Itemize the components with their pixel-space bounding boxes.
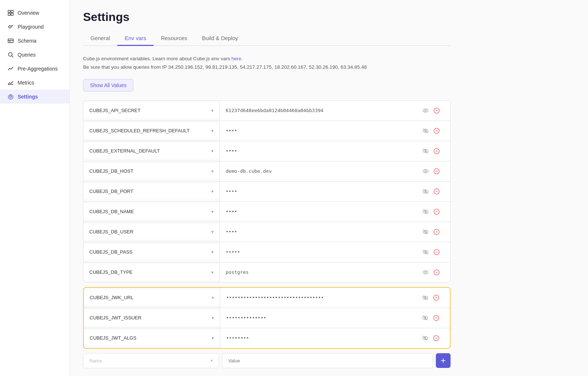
sidebar-item-settings[interactable]: Settings	[0, 90, 69, 104]
env-name-label: CUBEJS_DB_TYPE	[89, 269, 133, 275]
env-name-label: CUBEJS_API_SECRET	[89, 108, 140, 113]
remove-icon[interactable]	[431, 293, 441, 302]
new-name-select[interactable]: Name ▾	[83, 353, 219, 368]
sidebar-item-queries[interactable]: Queries	[0, 48, 69, 62]
chevron-down-icon: ▾	[211, 108, 214, 113]
show-all-values-button[interactable]: Show All Values	[83, 79, 133, 92]
remove-icon[interactable]	[432, 268, 441, 277]
schema-icon	[7, 37, 14, 44]
remove-icon[interactable]	[431, 313, 441, 323]
env-name-cell[interactable]: CUBEJS_JWT_ISSUER ▾	[84, 310, 220, 326]
env-value-text: ••••	[226, 148, 418, 154]
remove-icon[interactable]	[432, 247, 441, 257]
eye-slash-icon[interactable]	[420, 293, 430, 302]
remove-icon[interactable]	[432, 126, 441, 136]
sidebar: Overview Playground Schema Queries	[0, 0, 70, 376]
sidebar-item-label: Settings	[18, 94, 38, 100]
env-name-cell[interactable]: CUBEJS_SCHEDULED_REFRESH_DEFAULT ▾	[83, 123, 219, 139]
table-row: CUBEJS_DB_TYPE ▾ postgres	[83, 262, 450, 282]
env-value-cell: demo-db.cube.dev	[219, 161, 450, 181]
env-value-cell: ••••••••••••••	[220, 308, 450, 328]
table-row: CUBEJS_JWT_ALGS ▾ ••••••••	[84, 328, 450, 348]
eye-slash-icon[interactable]	[421, 207, 430, 216]
svg-point-10	[10, 96, 12, 98]
sidebar-item-playground[interactable]: Playground	[0, 20, 69, 34]
env-name-cell[interactable]: CUBEJS_DB_PORT ▾	[83, 183, 219, 199]
sidebar-item-schema[interactable]: Schema	[0, 34, 69, 48]
env-name-cell[interactable]: CUBEJS_API_SECRET ▾	[83, 103, 219, 118]
eye-icon[interactable]	[421, 268, 430, 277]
page-title: Settings	[83, 10, 451, 24]
tab-general[interactable]: General	[83, 31, 117, 46]
remove-icon[interactable]	[431, 333, 441, 343]
env-name-cell[interactable]: CUBEJS_DB_PASS ▾	[83, 244, 219, 260]
eye-slash-icon[interactable]	[420, 333, 430, 343]
remove-icon[interactable]	[432, 146, 441, 156]
eye-slash-icon[interactable]	[421, 126, 430, 136]
sidebar-item-metrics[interactable]: Metrics	[0, 76, 69, 90]
svg-rect-1	[11, 10, 13, 12]
add-env-var-button[interactable]: +	[436, 353, 451, 368]
env-name-cell[interactable]: CUBEJS_JWK_URL ▾	[84, 290, 220, 305]
eye-slash-icon[interactable]	[421, 227, 430, 237]
eye-slash-icon[interactable]	[421, 187, 430, 196]
env-name-cell[interactable]: CUBEJS_DB_USER ▾	[83, 224, 219, 240]
tabs-bar: General Env vars Resources Build & Deplo…	[83, 31, 451, 46]
remove-icon[interactable]	[432, 207, 441, 216]
tab-build-deploy[interactable]: Build & Deploy	[194, 31, 245, 46]
tab-resources[interactable]: Resources	[154, 31, 195, 46]
env-name-label: CUBEJS_DB_USER	[89, 229, 133, 234]
svg-point-50	[425, 272, 427, 273]
env-name-label: CUBEJS_EXTERNAL_DEFAULT	[89, 148, 160, 154]
sidebar-item-pre-aggregations[interactable]: Pre-Aggregations	[0, 62, 69, 76]
env-value-cell: ••••	[219, 202, 450, 222]
remove-icon[interactable]	[432, 187, 441, 196]
sidebar-item-label: Overview	[18, 10, 39, 16]
table-row: CUBEJS_EXTERNAL_DEFAULT ▾ ••••	[83, 141, 450, 161]
svg-point-7	[8, 53, 12, 56]
eye-slash-icon[interactable]	[421, 247, 430, 257]
env-name-cell[interactable]: CUBEJS_DB_HOST ▾	[83, 163, 219, 179]
chevron-down-icon: ▾	[211, 148, 214, 154]
table-row: CUBEJS_DB_NAME ▾ ••••	[83, 202, 450, 222]
remove-icon[interactable]	[432, 106, 441, 115]
table-row: CUBEJS_JWT_ISSUER ▾ ••••••••••••••	[84, 308, 450, 328]
env-name-label: CUBEJS_JWT_ISSUER	[90, 315, 141, 321]
metrics-icon	[7, 79, 14, 86]
env-name-cell[interactable]: CUBEJS_JWT_ALGS ▾	[84, 330, 220, 346]
env-value-text: ••••••••	[226, 335, 417, 341]
remove-icon[interactable]	[432, 227, 441, 237]
sidebar-item-label: Metrics	[18, 80, 34, 86]
env-name-cell[interactable]: CUBEJS_DB_TYPE ▾	[83, 264, 219, 280]
env-name-cell[interactable]: CUBEJS_EXTERNAL_DEFAULT ▾	[83, 143, 219, 159]
env-value-cell: ••••	[219, 182, 450, 201]
preagg-icon	[7, 65, 14, 72]
chevron-down-icon: ▾	[211, 128, 214, 133]
eye-slash-icon[interactable]	[420, 313, 430, 323]
env-value-cell: postgres	[219, 262, 450, 282]
eye-icon[interactable]	[421, 106, 430, 115]
env-name-label: CUBEJS_DB_PASS	[89, 249, 133, 255]
chevron-down-icon: ▾	[211, 189, 214, 194]
svg-point-49	[423, 271, 428, 274]
remove-icon[interactable]	[432, 166, 441, 176]
env-name-label: CUBEJS_JWT_ALGS	[90, 335, 136, 341]
here-link[interactable]: here	[232, 56, 241, 61]
env-vars-list: CUBEJS_API_SECRET ▾ 61237d648ee6bda0124b…	[83, 100, 451, 283]
eye-icon[interactable]	[421, 166, 430, 176]
playground-icon	[7, 24, 14, 30]
sidebar-item-overview[interactable]: Overview	[0, 6, 69, 20]
env-value-text: postgres	[226, 269, 418, 275]
new-value-input[interactable]	[222, 353, 433, 368]
sidebar-item-label: Schema	[18, 38, 36, 44]
env-value-cell: •••••	[219, 242, 450, 262]
chevron-down-icon: ▾	[211, 209, 214, 214]
svg-line-8	[12, 56, 13, 57]
tab-env-vars[interactable]: Env vars	[117, 31, 153, 46]
eye-slash-icon[interactable]	[421, 146, 430, 156]
svg-point-12	[425, 110, 427, 112]
chevron-down-icon: ▾	[211, 358, 213, 363]
env-name-cell[interactable]: CUBEJS_DB_NAME ▾	[83, 204, 219, 219]
env-value-text: demo-db.cube.dev	[226, 168, 418, 174]
table-row: CUBEJS_JWK_URL ▾ •••••••••••••••••••••••…	[84, 288, 450, 308]
